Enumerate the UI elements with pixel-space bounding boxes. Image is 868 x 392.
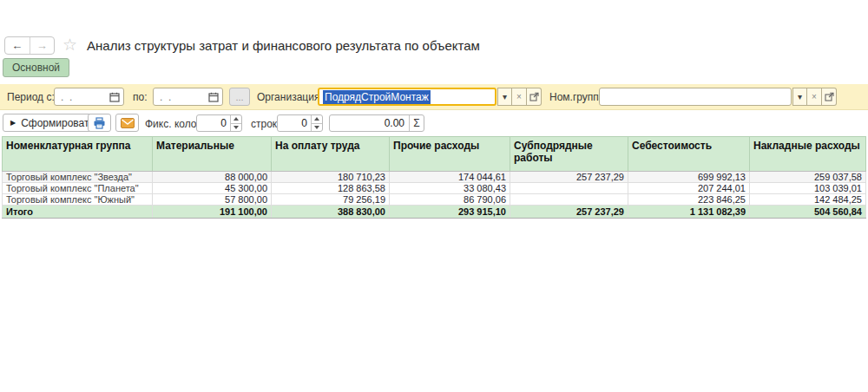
organization-clear-button[interactable]: ×: [512, 88, 527, 106]
nomgroup-input[interactable]: [600, 88, 791, 105]
cell-value[interactable]: 57 800,00: [153, 194, 272, 206]
total-value[interactable]: 388 830,00: [272, 206, 390, 219]
cell-value[interactable]: 79 256,19: [272, 194, 390, 206]
stepper-arrows[interactable]: [311, 115, 322, 131]
send-email-button[interactable]: [115, 114, 139, 132]
cell-value[interactable]: 45 300,00: [153, 183, 272, 194]
forward-button[interactable]: →: [30, 37, 55, 54]
step-down-icon[interactable]: [231, 124, 241, 132]
autosum-value: 0.00: [330, 115, 409, 131]
cell-value[interactable]: 33 080,43: [390, 183, 510, 194]
step-up-icon[interactable]: [231, 115, 241, 124]
autosum-field[interactable]: 0.00 Σ: [329, 114, 424, 132]
organization-field[interactable]: ПодрядСтройМонтаж: [318, 88, 496, 106]
filter-bar: Период с: по: ... Организация: ПодрядСтр…: [0, 84, 868, 110]
cell-value[interactable]: 257 237,29: [510, 172, 628, 183]
period-to-label: по:: [133, 91, 148, 103]
column-header[interactable]: Себестоимость: [628, 137, 750, 172]
cell-value[interactable]: 86 790,06: [390, 194, 510, 206]
play-icon: ▶: [10, 119, 16, 127]
back-arrow-icon: ←: [11, 39, 23, 52]
total-value[interactable]: 191 100,00: [153, 206, 272, 219]
open-form-icon: [529, 92, 539, 101]
back-button[interactable]: ←: [5, 37, 30, 54]
favorite-star-icon[interactable]: ☆: [62, 35, 77, 55]
period-from-label: Период с:: [7, 91, 55, 103]
cell-value[interactable]: 259 037,58: [750, 172, 866, 183]
cell-value[interactable]: [510, 183, 628, 194]
printer-icon: [93, 117, 106, 129]
calendar-icon[interactable]: [109, 92, 120, 102]
calendar-icon[interactable]: [208, 92, 219, 102]
clear-icon: ×: [812, 92, 817, 101]
cell-value[interactable]: 142 484,25: [750, 194, 866, 206]
column-header[interactable]: На оплату труда: [272, 137, 390, 172]
open-form-icon: [825, 92, 834, 101]
header-row: Номенклатурная группа Материальные На оп…: [3, 137, 866, 172]
table-row[interactable]: Торговый комплекс "Южный" 57 800,00 79 2…: [3, 194, 866, 206]
chevron-down-icon: ▾: [503, 92, 507, 101]
organization-value: ПодрядСтройМонтаж: [323, 90, 431, 104]
step-up-icon[interactable]: [312, 115, 322, 124]
fix-columns-stepper[interactable]: 0: [196, 114, 242, 132]
history-nav: ← →: [4, 36, 55, 55]
period-to-input[interactable]: [154, 88, 201, 105]
total-value[interactable]: 504 560,84: [750, 206, 866, 219]
organization-dropdown-button[interactable]: ▾: [497, 88, 512, 106]
row-label[interactable]: Торговый комплекс "Планета": [3, 183, 153, 194]
column-header[interactable]: Накладные расходы: [750, 137, 866, 172]
total-value[interactable]: 1 131 082,39: [628, 206, 750, 219]
column-header[interactable]: Прочие расходы: [390, 137, 510, 172]
row-label[interactable]: Торговый комплекс "Звезда": [3, 172, 153, 183]
step-down-icon[interactable]: [312, 124, 322, 132]
period-to-field[interactable]: [153, 88, 223, 106]
forward-arrow-icon: →: [36, 39, 48, 52]
table-row[interactable]: Торговый комплекс "Планета" 45 300,00 12…: [3, 183, 866, 194]
sigma-icon[interactable]: Σ: [409, 115, 424, 131]
more-options-button[interactable]: ...: [229, 88, 250, 106]
generate-label: Сформировать: [21, 117, 95, 129]
chevron-down-icon: ▾: [798, 92, 802, 101]
organization-open-button[interactable]: [527, 88, 542, 106]
column-header[interactable]: Материальные: [153, 137, 272, 172]
cell-value[interactable]: [510, 194, 628, 206]
fix-rows-stepper[interactable]: 0: [277, 114, 323, 132]
nomgroup-dropdown-button[interactable]: ▾: [792, 88, 807, 106]
total-value[interactable]: 257 237,29: [510, 206, 628, 219]
nomgroup-field[interactable]: [599, 88, 792, 106]
organization-label: Организация:: [257, 91, 323, 103]
period-from-field[interactable]: [54, 88, 124, 106]
cell-value[interactable]: 174 044,61: [390, 172, 510, 183]
column-header[interactable]: Номенклатурная группа: [3, 137, 153, 172]
clear-icon: ×: [516, 92, 522, 101]
fix-rows-value: 0: [278, 115, 311, 131]
report-grid: Номенклатурная группа Материальные На оп…: [2, 136, 866, 219]
cell-value[interactable]: 207 244,01: [628, 183, 750, 194]
envelope-icon: [121, 118, 135, 128]
cell-value[interactable]: 128 863,58: [272, 183, 390, 194]
total-value[interactable]: 293 915,10: [390, 206, 510, 219]
tab-main[interactable]: Основной: [3, 58, 69, 77]
fix-rows-label: строк:: [251, 118, 279, 130]
period-from-input[interactable]: [55, 88, 102, 105]
fix-columns-value: 0: [197, 115, 230, 131]
cell-value[interactable]: 88 000,00: [153, 172, 272, 183]
report-toolbar: ▶ Сформировать Фикс. колонок: 0: [0, 111, 868, 135]
table-row[interactable]: Торговый комплекс "Звезда" 88 000,00 180…: [3, 172, 866, 183]
cell-value[interactable]: 223 846,25: [628, 194, 750, 206]
cell-value[interactable]: 103 039,01: [750, 183, 866, 194]
app-window: ← → ☆ Анализ структуры затрат и финансов…: [0, 0, 868, 392]
row-label[interactable]: Торговый комплекс "Южный": [3, 194, 153, 206]
print-button[interactable]: [88, 114, 111, 132]
nomgroup-clear-button[interactable]: ×: [807, 88, 822, 106]
cell-value[interactable]: 699 992,13: [628, 172, 750, 183]
column-header[interactable]: Субподрядные работы: [510, 137, 628, 172]
cell-value[interactable]: 180 710,23: [272, 172, 390, 183]
total-row[interactable]: Итого 191 100,00 388 830,00 293 915,10 2…: [3, 206, 866, 219]
stepper-arrows[interactable]: [230, 115, 241, 131]
total-label[interactable]: Итого: [3, 206, 153, 219]
page-title: Анализ структуры затрат и финансового ре…: [87, 38, 480, 53]
nomgroup-open-button[interactable]: [822, 88, 837, 106]
